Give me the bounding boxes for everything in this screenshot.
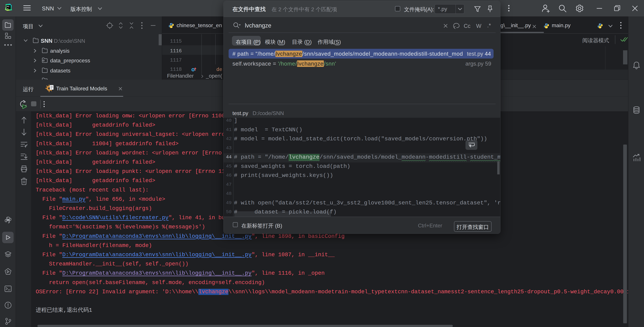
svg-text:PC: PC	[7, 6, 10, 8]
